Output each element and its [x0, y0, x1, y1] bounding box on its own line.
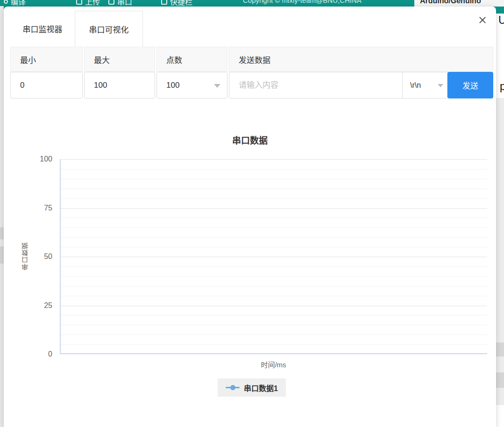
send-input-box: \r\n — [229, 72, 447, 98]
board-selector[interactable]: Arduino/Genuino — [414, 0, 504, 7]
gridline — [61, 296, 487, 296]
tab-serial-visualization[interactable]: 串口可视化 — [75, 11, 143, 47]
gridline — [61, 344, 487, 345]
send-button[interactable]: 发送 — [447, 72, 493, 98]
toolbar-item-upload[interactable]: 上传 — [76, 0, 100, 7]
form-header-row: 最小 最大 点数 发送数据 — [10, 47, 493, 72]
gridline — [61, 159, 487, 160]
gridline — [61, 227, 487, 228]
gridline — [61, 208, 487, 209]
background-text-fragment: U — [498, 14, 504, 27]
background-left-strip — [0, 6, 4, 427]
tab-label: 串口可视化 — [89, 23, 129, 35]
gridline — [61, 286, 487, 287]
points-select[interactable]: 100 — [156, 72, 227, 98]
background-block — [0, 227, 4, 239]
send-data-input[interactable] — [229, 72, 402, 98]
close-icon[interactable] — [477, 15, 488, 25]
toolbar-item-serial[interactable]: 串口 — [108, 0, 132, 7]
line-series-marker-icon — [226, 387, 240, 388]
gridline — [61, 189, 487, 189]
gridline — [61, 306, 487, 306]
gridline — [61, 179, 487, 179]
gridline — [61, 266, 487, 267]
tab-serial-monitor[interactable]: 串口监视器 — [12, 11, 73, 46]
y-tick-label: 25 — [4, 301, 52, 310]
header-send-data: 发送数据 — [229, 47, 493, 72]
gridline — [61, 315, 487, 315]
x-axis-title: 时间/ms — [60, 359, 487, 369]
copyright-text: Copyright © mixly-team@BNU,CHINA — [243, 0, 362, 4]
legend-label: 串口数据1 — [244, 382, 278, 393]
serial-settings-form: 最小 最大 点数 发送数据 100 \r\n 发送 — [10, 47, 493, 98]
y-tick-label: 0 — [4, 350, 52, 358]
gridline — [61, 198, 487, 199]
gridline — [61, 325, 487, 325]
compile-icon — [4, 0, 8, 4]
legend-item-series1[interactable]: 串口数据1 — [218, 378, 286, 397]
dialog-tab-bar: 串口监视器 串口可视化 — [4, 7, 496, 46]
line-ending-select[interactable]: \r\n — [402, 72, 447, 98]
chevron-down-icon — [438, 84, 443, 87]
header-max: 最大 — [84, 47, 155, 72]
chevron-down-icon — [214, 84, 220, 88]
tab-label: 串口监视器 — [23, 23, 63, 35]
header-min: 最小 — [10, 47, 83, 72]
form-input-row: 100 \r\n 发送 — [10, 72, 493, 98]
gridline — [61, 276, 487, 277]
points-select-value: 100 — [166, 81, 179, 90]
background-right-strip: U p — [496, 14, 504, 427]
toolbar-item-label: 串口 — [117, 0, 132, 7]
gridline — [61, 257, 487, 257]
toolbar-item-compile[interactable]: 编译 — [4, 0, 26, 7]
board-selector-label: Arduino/Genuino — [420, 0, 481, 5]
shortcutbar-icon — [161, 0, 167, 5]
background-text-fragment: p — [500, 80, 504, 93]
plot-area — [60, 159, 487, 354]
serial-icon — [108, 0, 114, 5]
background-block — [496, 343, 504, 357]
background-block — [496, 372, 504, 388]
gridline — [61, 169, 487, 169]
background-panel — [496, 98, 504, 405]
y-axis-title: 串口数据 — [21, 226, 30, 287]
upload-icon — [76, 0, 82, 5]
toolbar-item-label: 上传 — [85, 0, 100, 7]
gridline — [61, 217, 487, 218]
gridline — [61, 335, 487, 335]
serial-dialog: 串口监视器 串口可视化 最小 最大 点数 发送数据 100 \r\n — [4, 7, 496, 427]
line-ending-value: \r\n — [410, 81, 421, 90]
send-data-group: \r\n 发送 — [229, 72, 493, 98]
y-tick-label: 100 — [4, 155, 52, 163]
y-tick-label: 75 — [4, 204, 52, 212]
chart-title: 串口数据 — [4, 133, 496, 146]
gridline — [61, 237, 487, 238]
max-input[interactable] — [84, 72, 155, 98]
min-input[interactable] — [10, 72, 83, 98]
background-block — [0, 246, 4, 264]
toolbar-item-label: 快捷栏 — [170, 0, 192, 7]
toolbar-item-label: 编译 — [11, 0, 26, 7]
gridline — [61, 247, 487, 247]
toolbar-item-shortcutbar[interactable]: 快捷栏 — [161, 0, 192, 7]
header-points: 点数 — [156, 47, 227, 72]
